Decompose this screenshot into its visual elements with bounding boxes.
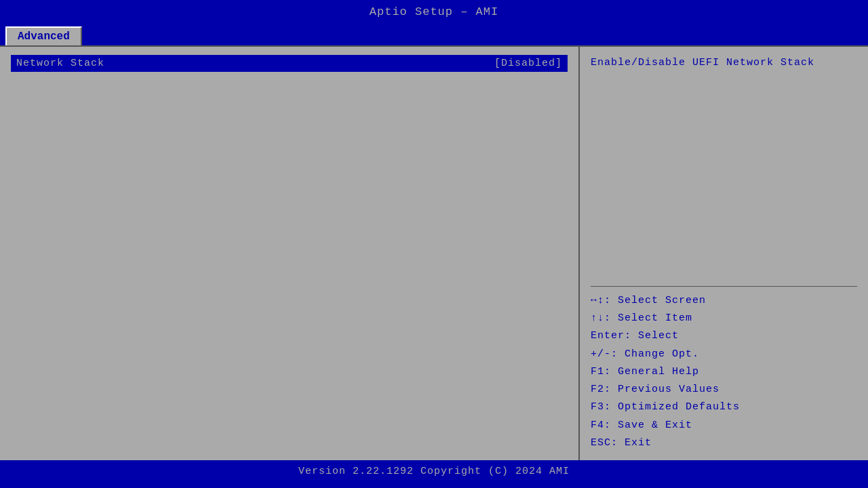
key-hint-item: Enter: Select — [591, 327, 857, 345]
app-title: Aptio Setup – AMI — [370, 5, 498, 18]
footer: Version 2.22.1292 Copyright (C) 2024 AMI — [0, 460, 868, 483]
help-text: Enable/Disable UEFI Network Stack — [591, 55, 857, 281]
key-hint-item: ↑↓: Select Item — [591, 310, 857, 327]
right-panel: Enable/Disable UEFI Network Stack ↔↕: Se… — [580, 47, 868, 460]
tab-advanced[interactable]: Advanced — [5, 26, 82, 45]
divider — [591, 286, 857, 287]
key-hint-item: F2: Previous Values — [591, 381, 857, 399]
network-stack-value: [Disabled] — [494, 58, 562, 69]
network-stack-row[interactable]: Network Stack [Disabled] — [11, 55, 568, 72]
left-panel: Network Stack [Disabled] — [0, 47, 580, 460]
key-hint-item: F1: General Help — [591, 363, 857, 381]
app-header: Aptio Setup – AMI — [0, 0, 868, 24]
key-hint-item: ESC: Exit — [591, 434, 857, 452]
footer-text: Version 2.22.1292 Copyright (C) 2024 AMI — [298, 466, 570, 477]
key-hint-item: ↔↕: Select Screen — [591, 292, 857, 310]
main-area: Network Stack [Disabled] Enable/Disable … — [0, 45, 868, 460]
key-hint-item: F3: Optimized Defaults — [591, 399, 857, 416]
network-stack-label: Network Stack — [16, 58, 494, 69]
key-hint-item: +/-: Change Opt. — [591, 346, 857, 363]
tab-bar: Advanced — [0, 24, 868, 45]
key-hints: ↔↕: Select Screen↑↓: Select ItemEnter: S… — [591, 292, 857, 452]
key-hint-item: F4: Save & Exit — [591, 417, 857, 434]
